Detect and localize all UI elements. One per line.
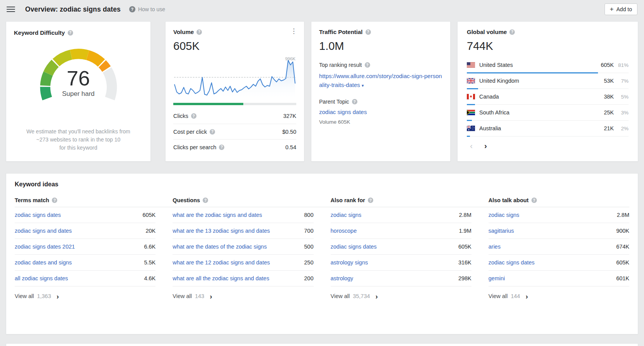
keyword-link[interactable]: zodiac signs dates 2021 <box>15 244 75 250</box>
help-icon[interactable] <box>191 113 196 119</box>
keyword-link[interactable]: zodiac signs <box>489 212 519 218</box>
also-rank-for-header: Also rank for <box>331 194 471 207</box>
keyword-row: zodiac signs dates 2021 6.6K <box>15 239 155 255</box>
keyword-volume: 700 <box>300 228 313 234</box>
keyword-link[interactable]: what are the zodiac signs and dates <box>173 212 262 218</box>
country-list: United States 605K 81% United Kingdom 53… <box>467 57 629 136</box>
help-icon[interactable] <box>365 62 370 68</box>
keyword-volume: 250 <box>300 259 313 266</box>
keyword-row: what are all the zodiac signs and dates … <box>173 271 313 286</box>
keyword-link[interactable]: zodiac signs dates <box>489 259 535 266</box>
keyword-volume: 5.5K <box>140 259 155 266</box>
note-line: for this keyword <box>14 144 143 152</box>
keyword-volume: 2.8M <box>455 212 471 218</box>
keyword-link[interactable]: gemini <box>489 275 505 281</box>
top-ranking-text: Top ranking result <box>319 62 362 68</box>
country-volume: 25K <box>593 109 614 116</box>
peak-value-label: 996K <box>285 56 296 61</box>
help-circle-icon <box>129 6 135 12</box>
view-all-also-talk-about[interactable]: View all 144 › <box>489 286 629 306</box>
global-volume-value: 744K <box>467 40 629 53</box>
cpc-label: Cost per click <box>173 129 207 135</box>
keyword-link[interactable]: aries <box>489 244 501 250</box>
help-icon[interactable] <box>509 29 515 35</box>
clicks-ratio-fill <box>173 103 243 105</box>
keyword-row: zodiac dates and signs 5.5K <box>15 255 155 271</box>
keyword-link[interactable]: what are the 12 zodiac signs and dates <box>173 259 270 266</box>
view-all-terms-match[interactable]: View all 1,363 › <box>15 286 155 306</box>
ideas-columns: zodiac signs dates 605K zodiac signs and… <box>15 207 629 306</box>
view-all-also-rank-for[interactable]: View all 35,734 › <box>331 286 471 306</box>
keyword-link[interactable]: astrology <box>331 275 354 281</box>
caret-down-icon: ▾ <box>362 83 364 88</box>
top-ranking-result-label: Top ranking result <box>319 62 442 68</box>
country-row: United Kingdom 53K 7% <box>467 73 629 89</box>
keyword-difficulty-card: Keyword Difficulty 76 Super hard <box>6 21 151 162</box>
questions-header: Questions <box>173 194 313 207</box>
top-ranking-url-link[interactable]: https://www.allure.com/story/zodiac-sign… <box>319 72 442 89</box>
note-line: We estimate that you'll need backlinks f… <box>14 128 143 136</box>
menu-icon[interactable] <box>7 5 15 14</box>
help-icon[interactable] <box>210 129 215 135</box>
keyword-volume: 1.9M <box>455 228 471 234</box>
parent-topic-link[interactable]: zodiac signs dates <box>319 109 367 115</box>
volume-value: 605K <box>173 40 296 53</box>
keyword-volume: 6.6K <box>140 244 155 250</box>
help-icon[interactable] <box>219 145 224 150</box>
chevron-right-icon: › <box>376 293 378 300</box>
keyword-link[interactable]: zodiac signs <box>331 212 362 218</box>
help-icon[interactable] <box>196 29 202 35</box>
keyword-link[interactable]: what are the 13 zodiac signs and dates <box>173 228 270 234</box>
keyword-link[interactable]: zodiac dates and signs <box>15 259 72 266</box>
parent-topic-label: Parent Topic <box>319 99 442 105</box>
keyword-link[interactable]: horoscope <box>331 228 357 234</box>
volume-label: Volume <box>173 29 194 35</box>
keyword-volume: 200 <box>300 275 313 281</box>
us-flag-icon <box>467 62 475 68</box>
keyword-link[interactable]: zodiac signs and dates <box>15 228 72 234</box>
help-icon[interactable] <box>531 198 537 203</box>
kebab-menu-icon[interactable]: ⋮ <box>288 27 299 35</box>
australia-flag-icon <box>467 126 475 131</box>
cps-value: 0.54 <box>285 144 296 150</box>
prev-page-icon[interactable]: ‹ <box>470 141 473 150</box>
help-icon[interactable] <box>368 198 373 203</box>
keyword-link[interactable]: zodiac signs dates <box>15 212 61 218</box>
view-all-label: View all <box>173 293 192 299</box>
next-page-icon[interactable]: › <box>484 141 487 150</box>
traffic-potential-label: Traffic Potential <box>319 29 363 35</box>
keyword-link[interactable]: what are all the zodiac signs and dates <box>173 275 269 281</box>
plus-icon: + <box>610 6 614 12</box>
keyword-volume: 4.6K <box>140 275 155 281</box>
country-volume: 38K <box>593 94 614 100</box>
next-section-card <box>6 343 638 346</box>
keyword-link[interactable]: sagittarius <box>489 228 514 234</box>
keyword-row: astrology 298K <box>331 271 471 286</box>
country-percent: 3% <box>614 110 629 116</box>
metric-label: Clicks per search <box>173 144 224 150</box>
chevron-right-icon: › <box>526 293 528 300</box>
keyword-link[interactable]: astrology signs <box>331 259 368 266</box>
questions-label: Questions <box>173 197 200 203</box>
keyword-link[interactable]: all zodiac signs dates <box>15 275 68 281</box>
clicks-label: Clicks <box>173 113 188 119</box>
view-all-questions[interactable]: View all 143 › <box>173 286 313 306</box>
keyword-volume: 900K <box>612 228 629 234</box>
keyword-link[interactable]: zodiac signs dates <box>331 244 377 250</box>
help-icon[interactable] <box>352 99 357 104</box>
add-to-button[interactable]: + Add to <box>605 3 637 15</box>
view-all-count: 144 <box>511 293 520 299</box>
top-bar: Overview: zodiac signs dates How to use … <box>0 0 644 19</box>
keyword-row: all zodiac signs dates 4.6K <box>15 271 155 286</box>
view-all-count: 143 <box>195 293 204 299</box>
country-row: Canada 38K 5% <box>467 89 629 105</box>
help-icon[interactable] <box>52 198 57 203</box>
country-percent: 81% <box>614 62 629 68</box>
how-to-use-link[interactable]: How to use <box>129 6 165 12</box>
metric-row: Cost per click $0.50 <box>173 124 296 139</box>
help-icon[interactable] <box>366 29 371 35</box>
keyword-link[interactable]: what are the dates of the zodiac signs <box>173 244 266 250</box>
help-icon[interactable] <box>203 198 208 203</box>
keyword-row: what are the 12 zodiac signs and dates 2… <box>173 255 313 271</box>
help-icon[interactable] <box>68 30 73 36</box>
